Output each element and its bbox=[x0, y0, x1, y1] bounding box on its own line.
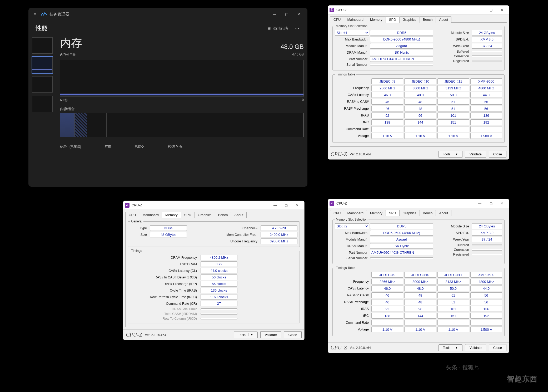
maximize-button[interactable]: ▢ bbox=[281, 10, 293, 18]
memory-total: 48.0 GB bbox=[281, 43, 304, 50]
tt-cell: 4800 MHz bbox=[470, 279, 502, 284]
close-cpuz-button[interactable]: Close bbox=[489, 151, 506, 158]
tt-cell: 46 bbox=[371, 299, 403, 305]
tt-cell: 44.0 bbox=[470, 92, 502, 98]
tab-bench[interactable]: Bench bbox=[420, 210, 436, 216]
memory-slot-selection-group: Memory Slot Selection Slot #2 DDR5 Max B… bbox=[332, 218, 505, 264]
thumb-cpu[interactable] bbox=[32, 37, 53, 54]
tab-mainboard[interactable]: Mainboard bbox=[344, 210, 367, 216]
val-trdram bbox=[201, 313, 237, 315]
close-cpuz-button[interactable]: Close bbox=[489, 344, 506, 351]
val-partnum: AM5UH96C44CG-CTHRBN bbox=[370, 56, 433, 62]
tab-graphics[interactable]: Graphics bbox=[399, 16, 420, 23]
cpuz-app-icon bbox=[330, 8, 334, 12]
tt-cell: 1.500 V bbox=[470, 327, 502, 332]
titlebar: CPU-Z — ▢ ✕ bbox=[328, 199, 509, 208]
close-button[interactable]: ✕ bbox=[293, 10, 305, 18]
tab-spd[interactable]: SPD bbox=[386, 210, 400, 216]
tab-spd[interactable]: SPD bbox=[181, 212, 195, 218]
close-button[interactable]: ✕ bbox=[496, 6, 507, 14]
minimize-button[interactable]: — bbox=[474, 200, 485, 207]
tt-cell: 3000 MHz bbox=[404, 85, 436, 91]
tab-mainboard[interactable]: Mainboard bbox=[344, 16, 367, 23]
minimize-button[interactable]: — bbox=[474, 6, 485, 14]
tab-bench[interactable]: Bench bbox=[420, 16, 436, 23]
val-modsize: 24 GBytes bbox=[472, 223, 502, 229]
tab-memory[interactable]: Memory bbox=[367, 16, 386, 23]
tt-row-label: RAS# to CAS# bbox=[335, 100, 370, 104]
tt-row-label: tRAS bbox=[335, 307, 370, 311]
tab-graphics[interactable]: Graphics bbox=[195, 212, 215, 218]
tt-cell bbox=[437, 320, 469, 325]
tab-memory[interactable]: Memory bbox=[162, 212, 181, 218]
thumb-network[interactable] bbox=[32, 96, 53, 112]
memory-slot-selection-group: Memory Slot Selection Slot #1 DDR5 Max B… bbox=[332, 24, 505, 70]
tab-bench[interactable]: Bench bbox=[215, 212, 231, 218]
maximize-button[interactable]: ▢ bbox=[485, 200, 496, 207]
val-type: DDR5 bbox=[370, 30, 433, 35]
usage-value: 47.6 GB bbox=[292, 53, 304, 57]
tab-spd[interactable]: SPD bbox=[386, 16, 400, 23]
cpuz-spd-window-slot2: CPU-Z — ▢ ✕ CPU Mainboard Memory SPD Gra… bbox=[328, 199, 509, 353]
tt-cell: 96 bbox=[404, 306, 436, 312]
hamburger-icon[interactable]: ≡ bbox=[31, 12, 39, 17]
tt-cell: 2866 MHz bbox=[371, 85, 403, 91]
tab-mainboard[interactable]: Mainboard bbox=[139, 212, 162, 218]
tt-cell: 44.0 bbox=[470, 286, 502, 291]
tt-row-label: tRC bbox=[335, 314, 370, 318]
val-type: DDR5 bbox=[370, 223, 433, 229]
tools-button[interactable]: Tools▼ bbox=[439, 344, 462, 351]
tab-about[interactable]: About bbox=[436, 16, 451, 23]
tab-cpu[interactable]: CPU bbox=[330, 16, 344, 23]
more-options-button[interactable]: ⋯ bbox=[294, 25, 300, 31]
tt-row-label: tRC bbox=[335, 120, 370, 124]
val-weekyear: 37 / 24 bbox=[472, 43, 502, 49]
validate-button[interactable]: Validate bbox=[465, 151, 486, 158]
tt-col-header: JEDEC #10 bbox=[404, 272, 436, 278]
validate-button[interactable]: Validate bbox=[465, 344, 486, 351]
watermark-source: 头条 · 搜狐号 bbox=[446, 364, 480, 371]
tab-graphics[interactable]: Graphics bbox=[399, 210, 420, 216]
tab-cpu[interactable]: CPU bbox=[330, 210, 344, 216]
val-uncore: 3900.0 MHz bbox=[261, 238, 297, 244]
maximize-button[interactable]: ▢ bbox=[281, 202, 292, 209]
minimize-button[interactable]: — bbox=[270, 202, 281, 209]
tt-row-label: CAS# Latency bbox=[335, 93, 370, 97]
tt-cell: 1.10 V bbox=[437, 327, 469, 332]
tab-about[interactable]: About bbox=[231, 212, 247, 218]
footer: CPU‑Z Ver. 2.10.0.x64 Tools▼ Validate Cl… bbox=[328, 149, 509, 159]
slot-select[interactable]: Slot #1 bbox=[335, 30, 369, 35]
tt-cell: 101 bbox=[437, 306, 469, 312]
tab-cpu[interactable]: CPU bbox=[125, 212, 139, 218]
close-button[interactable]: ✕ bbox=[496, 200, 507, 207]
run-new-task-button[interactable]: ▦ 运行新任务 bbox=[268, 26, 288, 30]
thumb-disk[interactable] bbox=[32, 76, 53, 93]
tt-row-label: Voltage bbox=[335, 328, 370, 331]
val-buffered bbox=[472, 51, 502, 52]
tm-titlebar: ≡ 任务管理器 — ▢ ✕ bbox=[28, 8, 307, 21]
close-cpuz-button[interactable]: Close bbox=[284, 331, 302, 338]
tab-memory[interactable]: Memory bbox=[367, 210, 386, 216]
tt-cell bbox=[437, 126, 469, 132]
slot-select[interactable]: Slot #2 bbox=[335, 223, 369, 229]
tab-performance[interactable]: 性能 bbox=[36, 24, 47, 32]
maximize-button[interactable]: ▢ bbox=[485, 6, 496, 14]
tt-cell: 151 bbox=[437, 313, 469, 319]
brand-label: CPU‑Z bbox=[331, 345, 347, 351]
minimize-button[interactable]: — bbox=[268, 10, 281, 18]
tt-cell: 56 bbox=[470, 299, 502, 305]
tt-cell: 192 bbox=[470, 313, 502, 319]
window-title: 任务管理器 bbox=[49, 12, 69, 17]
tools-button[interactable]: Tools▼ bbox=[234, 332, 258, 338]
tt-cell bbox=[371, 126, 403, 132]
tt-cell: 3000 MHz bbox=[404, 279, 436, 284]
close-button[interactable]: ✕ bbox=[292, 202, 303, 209]
tab-about[interactable]: About bbox=[436, 210, 451, 216]
tt-cell: 46 bbox=[371, 106, 403, 111]
tools-button[interactable]: Tools▼ bbox=[439, 151, 462, 158]
thumb-memory[interactable] bbox=[32, 57, 53, 73]
tt-cell bbox=[404, 320, 436, 325]
val-drammanuf: SK Hynix bbox=[370, 243, 433, 249]
validate-button[interactable]: Validate bbox=[260, 331, 281, 338]
val-serial bbox=[370, 257, 433, 259]
